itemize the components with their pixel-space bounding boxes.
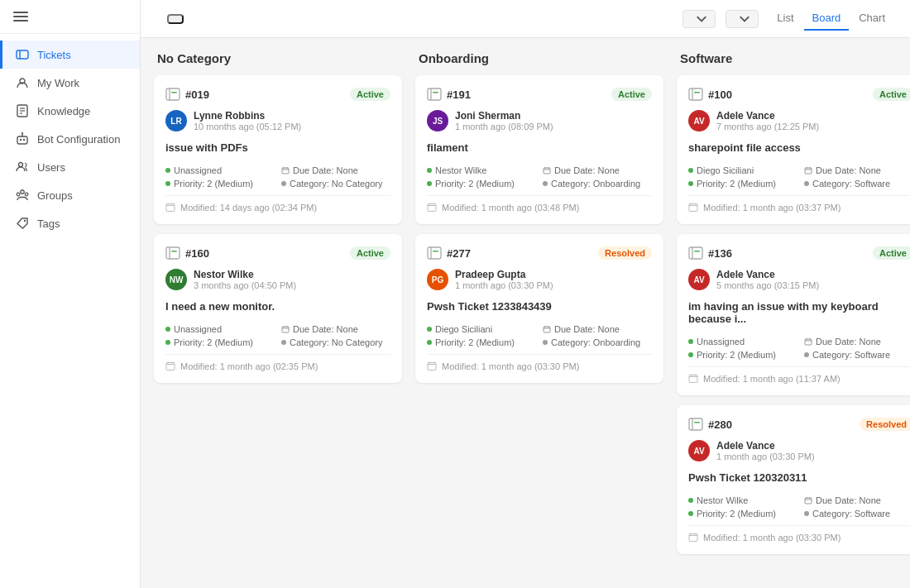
sidebar-item-users[interactable]: Users (0, 153, 140, 181)
add-ticket-button[interactable] (167, 14, 184, 24)
category-dot (543, 340, 548, 345)
svg-rect-62 (694, 92, 700, 93)
svg-rect-82 (689, 418, 702, 430)
column-no-category: No Category #019 Active LR Lynne Robbins… (154, 51, 402, 575)
due-date-meta: Due Date: None (804, 165, 910, 175)
due-date-label: Due Date: None (293, 165, 358, 175)
ticket-number: #277 (447, 247, 471, 260)
card-title: sharepoint file access (688, 138, 910, 157)
user-name: Nestor Wilke (194, 269, 296, 280)
assigned-label: Unassigned (174, 165, 222, 175)
status-badge: Active (873, 88, 910, 101)
status-badge: Active (611, 88, 652, 101)
users-icon (16, 160, 29, 174)
tab-board[interactable]: Board (804, 7, 850, 31)
ticket-card[interactable]: #160 Active NW Nestor Wilke 3 months ago… (154, 234, 402, 383)
category-meta: Category: No Category (281, 337, 390, 347)
ticket-card[interactable]: #136 Active AV Adele Vance 5 months ago … (677, 234, 910, 395)
sidebar-item-botconfig[interactable]: Bot Configuration (0, 125, 140, 153)
column-header: Onboarding (415, 51, 663, 65)
assigned-label: Unassigned (697, 337, 745, 347)
modified-icon (165, 361, 175, 371)
card-title: Pwsh Ticket 1233843439 (427, 297, 652, 316)
svg-rect-60 (689, 88, 702, 100)
user-info: Nestor Wilke 3 months ago (04:50 PM) (194, 269, 296, 290)
ticket-card[interactable]: #277 Resolved PG Pradeep Gupta 1 month a… (415, 234, 663, 383)
status-badge: Active (873, 246, 910, 260)
tab-chart[interactable]: Chart (850, 7, 893, 31)
ticket-icon (165, 87, 180, 102)
dot-icon (688, 339, 693, 344)
modified-label: Modified: 1 month ago (03:30 PM) (703, 533, 841, 543)
sidebar-item-mywork[interactable]: My Work (0, 69, 140, 97)
card-top: #160 Active (165, 246, 390, 261)
priority-meta: Priority: 2 (Medium) (688, 509, 797, 519)
svg-rect-78 (689, 375, 697, 383)
card-meta: Nestor Wilke Due Date: None Priority: 2 … (427, 165, 652, 189)
category-meta: Category: Onboarding (543, 179, 652, 189)
ticket-card[interactable]: #280 Resolved AV Adele Vance 1 month ago… (677, 405, 910, 554)
card-meta: Unassigned Due Date: None Priority: 2 (M… (165, 324, 390, 347)
card-footer: Modified: 1 month ago (03:48 PM) (427, 195, 652, 213)
ticket-number: #191 (447, 88, 471, 101)
group-control[interactable] (726, 10, 759, 28)
tab-list[interactable]: List (769, 7, 802, 31)
ticket-id-row: #100 (688, 87, 732, 102)
sidebar-item-label: Groups (37, 189, 73, 202)
sidebar-item-label: Tags (37, 218, 60, 230)
avatar: JS (427, 110, 448, 131)
ticket-card[interactable]: #191 Active JS Joni Sherman 1 month ago … (415, 75, 663, 224)
category-dot (281, 340, 286, 345)
due-date-meta: Due Date: None (281, 324, 390, 334)
card-meta: Unassigned Due Date: None Priority: 2 (M… (688, 337, 910, 360)
ticket-icon (688, 417, 703, 432)
card-top: #280 Resolved (688, 417, 910, 432)
user-name: Adele Vance (716, 110, 819, 122)
svg-rect-67 (689, 204, 697, 212)
ticket-card[interactable]: #019 Active LR Lynne Robbins 10 months a… (154, 75, 402, 224)
card-user-row: NW Nestor Wilke 3 months ago (04:50 PM) (165, 269, 390, 290)
hamburger-menu[interactable] (13, 12, 28, 22)
due-date-meta: Due Date: None (281, 165, 390, 175)
user-info: Joni Sherman 1 month ago (08:09 PM) (455, 110, 553, 131)
dot-icon (427, 168, 432, 173)
ticket-icon (165, 246, 180, 261)
column-software: Software #100 Active AV Adele Vance 7 mo… (677, 51, 910, 575)
user-name: Lynne Robbins (194, 110, 301, 122)
assigned-label: Nestor Wilke (697, 495, 748, 505)
ticket-number: #019 (185, 88, 209, 101)
card-user-row: AV Adele Vance 7 months ago (12:25 PM) (688, 110, 910, 131)
sidebar-item-tickets[interactable]: Tickets (0, 41, 140, 69)
avatar: PG (427, 269, 448, 290)
card-footer: Modified: 14 days ago (02:34 PM) (165, 195, 390, 213)
modified-icon (688, 374, 698, 384)
card-title: issue with PDFs (165, 138, 390, 157)
svg-point-12 (21, 190, 24, 194)
priority-label: Priority: 2 (Medium) (435, 179, 515, 189)
user-time: 5 months ago (03:15 PM) (716, 280, 819, 290)
sidebar-item-knowledge[interactable]: Knowledge (0, 97, 140, 125)
column-header: No Category (154, 51, 402, 65)
card-footer: Modified: 1 month ago (11:37 AM) (688, 366, 910, 384)
sidebar-item-tags[interactable]: Tags (0, 209, 140, 237)
priority-dot (427, 340, 432, 345)
column-onboarding: Onboarding #191 Active JS Joni Sherman 1… (415, 51, 663, 575)
chevron-down-icon (740, 14, 750, 24)
due-date-meta: Due Date: None (543, 165, 652, 175)
svg-point-9 (23, 139, 25, 141)
modified-label: Modified: 1 month ago (03:48 PM) (442, 203, 579, 213)
category-dot (281, 181, 286, 186)
board: No Category #019 Active LR Lynne Robbins… (141, 38, 910, 588)
priority-meta: Priority: 2 (Medium) (688, 350, 797, 360)
filter-control[interactable] (682, 10, 716, 28)
sidebar-item-groups[interactable]: Groups (0, 181, 140, 209)
modified-label: Modified: 1 month ago (03:37 PM) (703, 203, 841, 213)
svg-rect-19 (282, 168, 289, 174)
priority-label: Priority: 2 (Medium) (697, 350, 776, 360)
card-title: im having an issue with my keyboard beca… (688, 297, 910, 328)
card-footer: Modified: 1 month ago (03:37 PM) (688, 195, 910, 213)
svg-rect-45 (428, 204, 436, 212)
category-label: Category: No Category (290, 179, 383, 189)
ticket-icon (688, 246, 703, 261)
ticket-card[interactable]: #100 Active AV Adele Vance 7 months ago … (677, 75, 910, 224)
